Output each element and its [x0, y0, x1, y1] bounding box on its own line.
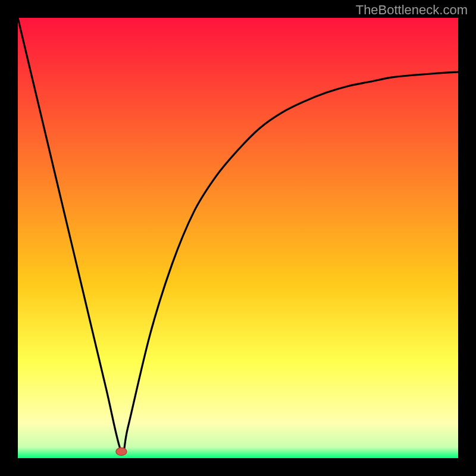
watermark-text: TheBottleneck.com [356, 2, 468, 18]
plot-area [18, 18, 458, 458]
minimum-marker [116, 447, 127, 455]
gradient-background [18, 18, 458, 458]
bottleneck-chart [18, 18, 458, 458]
chart-frame: TheBottleneck.com [0, 0, 476, 476]
